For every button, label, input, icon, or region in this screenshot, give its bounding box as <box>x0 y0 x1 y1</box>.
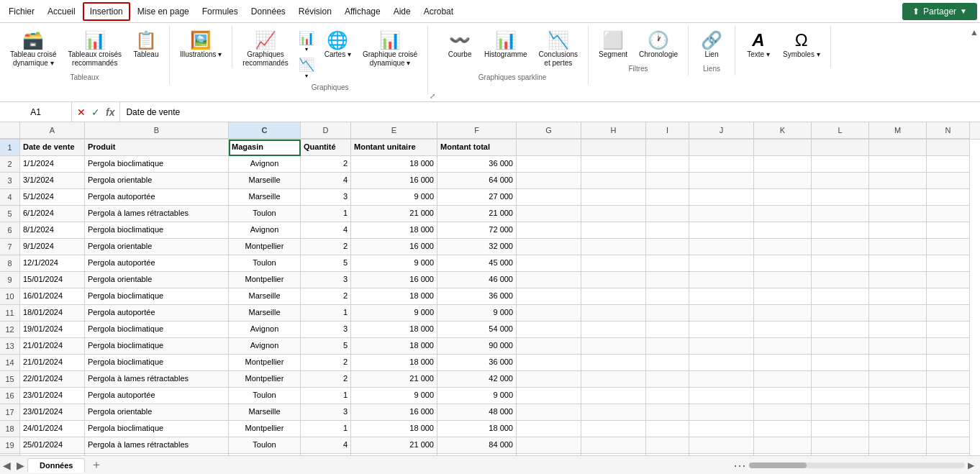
menu-fichier[interactable]: Fichier <box>3 4 40 19</box>
data-cell[interactable]: 18 000 <box>351 355 437 371</box>
data-cell[interactable]: 16 000 <box>351 239 437 255</box>
data-cell[interactable]: 12/1/2024 <box>20 255 85 272</box>
data-cell[interactable]: 9 000 <box>351 388 437 404</box>
data-cell[interactable]: 1 <box>301 388 351 404</box>
share-button[interactable]: ⬆ Partager ▼ <box>902 3 977 20</box>
data-cell[interactable]: 2 <box>301 371 351 388</box>
menu-aide[interactable]: Aide <box>388 4 417 19</box>
data-cell[interactable]: 5 <box>301 255 351 272</box>
data-cell[interactable]: 18 000 <box>351 338 437 355</box>
ribbon-btn-lien[interactable]: 🔗 Lien <box>694 29 729 62</box>
col-header-k[interactable]: K <box>754 122 812 139</box>
data-cell[interactable]: 18/01/2024 <box>20 305 85 322</box>
data-cell[interactable]: Pergola bioclimatique <box>85 222 229 239</box>
horizontal-scrollbar-track[interactable] <box>749 462 965 468</box>
data-cell[interactable]: Avignon <box>229 338 301 355</box>
data-cell[interactable]: 2 <box>301 156 351 173</box>
data-cell[interactable]: 9/1/2024 <box>20 239 85 255</box>
sheet-tab-donnees[interactable]: Données <box>27 458 85 473</box>
data-cell[interactable]: Pergola à lames rétractables <box>85 371 229 388</box>
col-header-m[interactable]: M <box>869 122 927 139</box>
horizontal-scrollbar-thumb[interactable] <box>749 462 807 468</box>
data-cell[interactable]: 3 <box>301 272 351 288</box>
data-cell[interactable]: 84 000 <box>437 437 517 454</box>
ribbon-btn-conclusions[interactable]: 📉 Conclusionset pertes <box>535 29 582 70</box>
ribbon-btn-illustrations[interactable]: 🖼️ Illustrations ▾ <box>176 29 226 62</box>
data-cell[interactable]: Montpellier <box>229 371 301 388</box>
data-cell[interactable]: 5/1/2024 <box>20 189 85 206</box>
header-cell-col-a[interactable]: Date de vente <box>20 140 85 156</box>
data-cell[interactable]: 18 000 <box>351 222 437 239</box>
ribbon-btn-graphique-croise[interactable]: 📊 Graphique croisédynamique ▾ <box>358 29 422 70</box>
ribbon-btn-tableau-croise[interactable]: 🗃️ Tableau croisédynamique ▾ <box>6 29 60 70</box>
data-cell[interactable]: Toulon <box>229 206 301 222</box>
ribbon-btn-symboles[interactable]: Ω Symboles ▾ <box>779 29 825 62</box>
col-header-j[interactable]: J <box>689 122 754 139</box>
data-cell[interactable]: Toulon <box>229 388 301 404</box>
data-cell[interactable]: Avignon <box>229 222 301 239</box>
data-cell[interactable]: Montpellier <box>229 239 301 255</box>
data-cell[interactable]: 18 000 <box>351 421 437 437</box>
data-cell[interactable]: 16 000 <box>351 404 437 421</box>
ribbon-btn-line-chart[interactable]: 📉 ▾ <box>296 55 317 81</box>
ribbon-btn-tableau[interactable]: 📋 Tableau <box>129 29 163 62</box>
data-cell[interactable]: Marseille <box>229 288 301 305</box>
data-cell[interactable]: Montpellier <box>229 355 301 371</box>
data-cell[interactable]: 25/01/2024 <box>20 437 85 454</box>
ribbon-btn-bar-chart[interactable]: 📊 ▾ <box>296 29 317 54</box>
data-cell[interactable]: 21 000 <box>351 206 437 222</box>
menu-affichage[interactable]: Affichage <box>339 4 386 19</box>
menu-acrobat[interactable]: Acrobat <box>418 4 459 19</box>
menu-formules[interactable]: Formules <box>196 4 244 19</box>
menu-revision[interactable]: Révision <box>293 4 337 19</box>
data-cell[interactable]: Pergola autoportée <box>85 255 229 272</box>
data-cell[interactable]: Pergola bioclimatique <box>85 322 229 338</box>
data-cell[interactable]: Marseille <box>229 305 301 322</box>
data-cell[interactable]: Marseille <box>229 173 301 189</box>
data-cell[interactable]: 2 <box>301 355 351 371</box>
data-cell[interactable]: Pergola à lames rétractables <box>85 206 229 222</box>
data-cell[interactable]: Avignon <box>229 322 301 338</box>
data-cell[interactable]: 18 000 <box>351 156 437 173</box>
ribbon-btn-segment[interactable]: ⬜ Segment <box>594 29 632 62</box>
header-cell-col-d[interactable]: Quantité <box>301 140 351 156</box>
data-cell[interactable]: Pergola orientable <box>85 239 229 255</box>
data-cell[interactable]: 21/01/2024 <box>20 355 85 371</box>
data-cell[interactable]: Marseille <box>229 189 301 206</box>
data-cell[interactable]: 2 <box>301 239 351 255</box>
data-cell[interactable]: 21/01/2024 <box>20 338 85 355</box>
formula-cancel-icon[interactable]: ✕ <box>75 106 88 118</box>
data-cell[interactable]: Pergola bioclimatique <box>85 355 229 371</box>
data-cell[interactable]: 24/01/2024 <box>20 421 85 437</box>
data-cell[interactable]: 1 <box>301 421 351 437</box>
header-cell-col-f[interactable]: Montant total <box>437 140 517 156</box>
data-cell[interactable]: 3/1/2024 <box>20 173 85 189</box>
ribbon-btn-chronologie[interactable]: 🕐 Chronologie <box>635 29 682 62</box>
data-cell[interactable]: 42 000 <box>437 371 517 388</box>
data-cell[interactable]: 21 000 <box>437 206 517 222</box>
data-cell[interactable]: 18 000 <box>437 421 517 437</box>
data-cell[interactable]: 1/1/2024 <box>20 156 85 173</box>
data-cell[interactable]: Pergola bioclimatique <box>85 156 229 173</box>
ribbon-btn-histogramme[interactable]: 📊 Histogramme <box>480 29 531 62</box>
col-header-c[interactable]: C <box>229 122 301 139</box>
data-cell[interactable]: Toulon <box>229 255 301 272</box>
data-cell[interactable]: 23/01/2024 <box>20 388 85 404</box>
ribbon-btn-cartes[interactable]: 🌐 Cartes ▾ <box>320 29 355 62</box>
col-header-l[interactable]: L <box>812 122 869 139</box>
col-header-d[interactable]: D <box>301 122 351 139</box>
scroll-left-icon[interactable]: ⋯ <box>733 457 746 473</box>
data-cell[interactable]: 64 000 <box>437 173 517 189</box>
data-cell[interactable]: Avignon <box>229 156 301 173</box>
data-cell[interactable]: 3 <box>301 322 351 338</box>
data-cell[interactable]: 21 000 <box>351 371 437 388</box>
data-cell[interactable]: 15/01/2024 <box>20 272 85 288</box>
data-cell[interactable]: 3 <box>301 189 351 206</box>
data-cell[interactable]: 45 000 <box>437 255 517 272</box>
formula-confirm-icon[interactable]: ✓ <box>89 106 102 118</box>
data-cell[interactable]: 36 000 <box>437 355 517 371</box>
data-cell[interactable]: Pergola bioclimatique <box>85 421 229 437</box>
data-cell[interactable]: Pergola autoportée <box>85 388 229 404</box>
data-cell[interactable]: 16 000 <box>351 173 437 189</box>
data-cell[interactable]: 23/01/2024 <box>20 404 85 421</box>
